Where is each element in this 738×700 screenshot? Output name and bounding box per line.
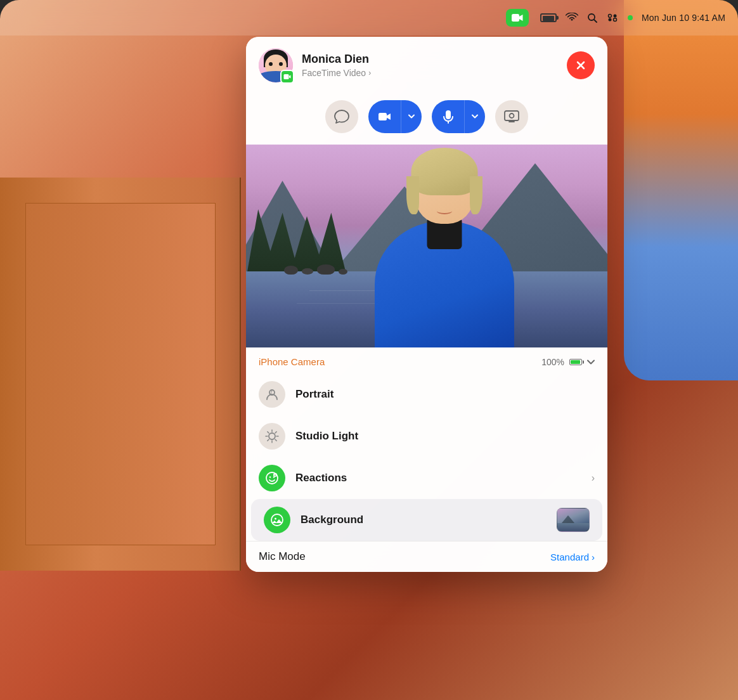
svg-point-5 <box>608 18 611 22</box>
iphone-camera-right: 100% <box>541 357 595 367</box>
mic-options-chevron[interactable] <box>465 100 485 133</box>
svg-rect-7 <box>284 74 289 79</box>
battery-icon <box>540 13 557 22</box>
svg-line-2 <box>594 20 597 22</box>
wifi-icon <box>566 13 578 23</box>
reactions-option[interactable]: + Reactions › <box>246 457 607 499</box>
menubar: Mon Jun 10 9:41 AM <box>0 0 738 36</box>
iphone-camera-label: iPhone Camera <box>259 356 325 367</box>
door-decoration <box>0 178 241 571</box>
svg-rect-0 <box>512 14 519 22</box>
svg-point-3 <box>608 15 611 18</box>
message-button[interactable] <box>325 100 358 133</box>
facetime-badge <box>280 70 294 84</box>
facetime-menubar-icon[interactable] <box>506 9 529 27</box>
close-button[interactable] <box>567 51 595 79</box>
video-feed <box>246 145 607 347</box>
mic-mode-chevron: › <box>592 552 595 562</box>
mic-mode-row[interactable]: Mic Mode Standard › <box>246 541 607 572</box>
reactions-label: Reactions <box>295 472 581 484</box>
mic-mode-label: Mic Mode <box>259 550 306 563</box>
svg-point-19 <box>269 433 275 439</box>
caller-name: Monica Dien <box>302 53 558 67</box>
iphone-battery-pct: 100% <box>541 357 564 367</box>
svg-point-21 <box>269 476 271 477</box>
call-info: Monica Dien FaceTime Video › <box>302 53 558 78</box>
studio-light-label: Studio Light <box>295 430 595 443</box>
call-type[interactable]: FaceTime Video › <box>302 68 558 78</box>
menubar-right: Mon Jun 10 9:41 AM <box>506 9 725 27</box>
background-right <box>557 508 590 532</box>
mic-button-group <box>432 100 485 133</box>
svg-point-4 <box>613 15 616 18</box>
svg-rect-10 <box>379 113 387 120</box>
portrait-label: Portrait <box>295 388 595 401</box>
reactions-right: › <box>592 472 595 484</box>
call-header: Monica Dien FaceTime Video › <box>246 37 607 91</box>
portrait-option[interactable]: f Portrait <box>246 373 607 415</box>
iphone-camera-chevron[interactable] <box>587 360 595 365</box>
background-label: Background <box>301 514 547 526</box>
iphone-camera-row: iPhone Camera 100% <box>246 347 607 373</box>
svg-point-6 <box>613 18 616 22</box>
video-toggle-button[interactable] <box>368 100 401 133</box>
device-corner-tr <box>700 0 738 38</box>
studio-light-icon-container <box>259 423 285 450</box>
person-in-video <box>356 164 533 347</box>
search-icon[interactable] <box>587 13 597 23</box>
svg-text:+: + <box>275 473 276 477</box>
svg-point-26 <box>275 518 276 520</box>
svg-rect-11 <box>446 110 451 119</box>
right-decoration <box>624 0 738 380</box>
portrait-icon-container: f <box>259 381 285 408</box>
mic-toggle-button[interactable] <box>432 100 465 133</box>
background-thumbnail <box>557 508 590 532</box>
studio-light-option[interactable]: Studio Light <box>246 415 607 457</box>
iphone-battery-icon <box>569 359 582 365</box>
call-type-chevron: › <box>368 68 371 77</box>
screen-share-button[interactable] <box>495 100 528 133</box>
reactions-icon-container: + <box>259 465 285 491</box>
background-option[interactable]: Background <box>251 499 602 541</box>
rocks <box>284 264 347 275</box>
svg-point-25 <box>271 514 283 526</box>
facetime-panel: Monica Dien FaceTime Video › <box>246 37 607 572</box>
video-options-chevron[interactable] <box>401 100 422 133</box>
reactions-chevron: › <box>592 472 595 484</box>
mic-mode-value: Standard › <box>550 552 595 562</box>
controls-row <box>246 91 607 145</box>
svg-point-14 <box>510 113 514 118</box>
control-center-icon[interactable] <box>606 13 619 23</box>
device-corner-tl <box>0 0 38 38</box>
background-icon-container <box>264 507 290 533</box>
video-button-group <box>368 100 422 133</box>
green-indicator-dot <box>628 15 633 20</box>
avatar-container <box>259 48 293 82</box>
options-panel: iPhone Camera 100% <box>246 347 607 572</box>
svg-rect-13 <box>505 111 519 120</box>
